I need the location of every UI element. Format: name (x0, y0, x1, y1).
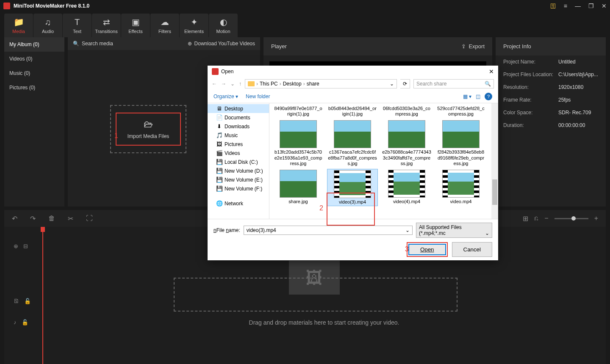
text-icon: T (75, 17, 80, 27)
cancel-button[interactable]: Cancel (452, 242, 493, 257)
zoom-slider[interactable] (555, 218, 588, 219)
file-item[interactable]: 06fcdd50303e3a26_compress.jpg (381, 105, 432, 118)
zoom-in-icon[interactable]: + (594, 215, 598, 222)
tree-item[interactable]: 🎬Videos (208, 149, 269, 157)
cut-icon[interactable]: ✂ (68, 215, 73, 223)
export-button[interactable]: ⇪ Export (461, 43, 485, 50)
folder-icon: 📁 (14, 17, 24, 27)
search-icon: 🔍 (73, 41, 79, 47)
tree-item[interactable]: ⬇Downloads (208, 122, 269, 131)
annotation-1: 1 (114, 132, 118, 140)
track-audio-icon[interactable]: ♪ (14, 319, 17, 325)
maximize-icon[interactable]: ❐ (588, 3, 594, 9)
info-label: Frame Rate: (503, 97, 558, 103)
tab-media[interactable]: 📁Media (4, 14, 33, 37)
tab-filters[interactable]: ☁Filters (150, 14, 179, 37)
nav-back-icon[interactable]: ← (212, 81, 217, 87)
info-title: Project Info (496, 37, 606, 55)
dialog-search-input[interactable]: Search share 🔍 (413, 79, 494, 88)
adjust-icon[interactable]: ⎌ (534, 215, 538, 222)
track-add-icon[interactable]: ⊕ (14, 243, 18, 249)
scrollbar[interactable] (491, 103, 498, 219)
tab-audio[interactable]: ♫Audio (33, 14, 62, 37)
tree-item-icon: 🎬 (216, 150, 222, 156)
tree-item[interactable]: 💾New Volume (D:) (208, 166, 269, 175)
file-item[interactable]: c1367eaca7efc2fcdc6fe8fba77a8d0f_compres… (327, 119, 378, 167)
preview-pane-icon[interactable]: ◫ (476, 94, 480, 99)
menu-icon[interactable]: ≡ (564, 3, 567, 9)
undo-icon[interactable]: ↶ (12, 215, 17, 223)
tree-item[interactable]: 💾New Volume (E:) (208, 175, 269, 184)
tree-item-icon: 📄 (216, 114, 222, 121)
tab-motion[interactable]: ◐Motion (209, 14, 238, 37)
file-item[interactable]: e2b76088ca4e77743433c3490faffd7e_compres… (381, 119, 432, 167)
track-image-icon[interactable]: 🖻 (14, 298, 19, 304)
info-label: Color Space: (503, 110, 558, 116)
tree-item[interactable]: 🖥Desktop (208, 104, 269, 113)
file-item[interactable]: f2842b3933f84e58eb8d9168f6fe29eb_compres… (435, 119, 486, 167)
delete-icon[interactable]: 🗑 (48, 215, 55, 222)
tree-item[interactable]: 💾New Volume (F:) (208, 184, 269, 193)
organize-button[interactable]: Organize ▾ (214, 94, 238, 99)
tree-item[interactable]: 🖼Pictures (208, 140, 269, 149)
tab-text[interactable]: TText (63, 14, 92, 37)
new-folder-button[interactable]: New folder (246, 94, 270, 99)
address-bar[interactable]: › This PC› Desktop› share ⌄ (245, 79, 397, 88)
dialog-close-icon[interactable]: ✕ (489, 68, 494, 75)
tree-item[interactable]: 💾Local Disk (C:) (208, 157, 269, 166)
drop-hint: Drag and drop materials here to start cr… (42, 319, 606, 326)
nav-forward-icon[interactable]: → (221, 81, 226, 87)
fit-icon[interactable]: ⊞ (523, 215, 528, 223)
file-item[interactable]: 529ccd77425defd28_compress.jpg (435, 105, 486, 118)
tab-elements[interactable]: ✦Elements (180, 14, 208, 37)
file-item[interactable]: 8490a99f87e0e1877_origin(1).jpg (273, 105, 324, 118)
track-lock2-icon[interactable]: 🔓 (22, 319, 28, 325)
download-icon: ⊕ (188, 41, 192, 47)
open-button[interactable]: Open (408, 244, 446, 255)
tree-item-icon: 🎵 (216, 132, 222, 138)
app-icon (3, 3, 10, 9)
file-item[interactable]: video.mp4 (435, 169, 486, 206)
dialog-title: Open (221, 69, 233, 74)
tab-effects[interactable]: ▣Effects (121, 14, 150, 37)
crop-icon[interactable]: ⛶ (86, 215, 93, 222)
nav-up-icon[interactable]: ↑ (239, 81, 241, 87)
main-toolbar: 📁Media ♫Audio TText ⇄Transitions ▣Effect… (0, 12, 610, 37)
sidebar-item-videos[interactable]: Videos (0) (4, 52, 64, 66)
search-input[interactable]: Search media (82, 41, 113, 47)
license-key-icon[interactable]: ⚿ (550, 3, 556, 9)
nav-dropdown-icon[interactable]: ⌄ (230, 81, 235, 87)
playhead[interactable] (42, 227, 43, 364)
timeline-dropzone[interactable] (174, 278, 458, 312)
tree-item[interactable]: 🎵Music (208, 131, 269, 140)
track-collapse-icon[interactable]: ⊟ (23, 243, 28, 249)
tree-item-icon: 🖥 (216, 105, 222, 112)
file-item[interactable]: video(4).mp4 (381, 169, 432, 206)
filename-label: nFile name:File name: (214, 227, 240, 233)
file-item[interactable]: share.jpg (273, 169, 324, 206)
info-value: Untitled (558, 59, 576, 65)
sidebar-item-music[interactable]: Music (0) (4, 66, 64, 80)
elements-icon: ✦ (191, 17, 198, 27)
tab-transitions[interactable]: ⇄Transitions (92, 14, 121, 37)
file-item[interactable]: b13fc20add3574c5b70e2e15936a1e93_compres… (273, 119, 324, 167)
track-lock-icon[interactable]: 🔓 (24, 298, 31, 304)
download-youtube-link[interactable]: ⊕ Download YouTube Videos (188, 41, 255, 47)
file-filter-select[interactable]: All Supported Files (*.mp4;*.mc ⌄ (416, 223, 492, 238)
tree-item[interactable]: 📄Documents (208, 113, 269, 122)
zoom-out-icon[interactable]: − (544, 215, 548, 222)
file-item[interactable]: b05d8443edd26494_origin(1).jpg (327, 105, 378, 118)
sidebar-item-myalbum[interactable]: My Album (0) (4, 37, 64, 52)
close-icon[interactable]: ✕ (602, 3, 607, 9)
minimize-icon[interactable]: — (575, 3, 581, 9)
info-label: Project Files Location: (503, 72, 558, 77)
refresh-icon[interactable]: ⟳ (400, 79, 410, 88)
sidebar-item-pictures[interactable]: Pictures (0) (4, 80, 64, 95)
filename-input[interactable]: video(3).mp4⌄ (244, 226, 413, 235)
redo-icon[interactable]: ↷ (30, 215, 36, 223)
tree-item[interactable]: 🌐Network (208, 199, 269, 208)
import-dropzone[interactable]: 🗁 Import Media Files (110, 105, 186, 153)
help-icon[interactable]: ? (485, 93, 492, 100)
view-mode-icon[interactable]: ▦ ▾ (463, 94, 471, 99)
info-value: 1920x1080 (558, 84, 583, 90)
